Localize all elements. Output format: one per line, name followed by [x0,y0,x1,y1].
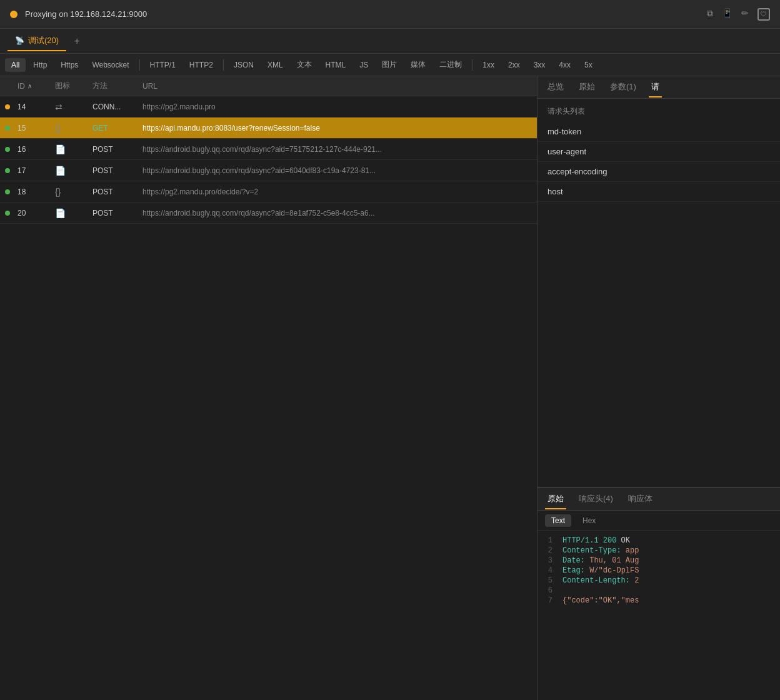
filter-divider-3 [472,59,472,71]
cell-url: https://android.bugly.qq.com/rqd/async?a… [142,166,532,175]
response-line-4: 4 Etag: W/"dc-DplFS [538,566,780,576]
add-tab-button[interactable]: + [69,33,85,49]
table-body: 14 ⇄ CONN... https://pg2.mandu.pro 15 {}… [0,96,537,700]
table-row[interactable]: 20 📄 POST https://android.bugly.qq.com/r… [0,202,537,224]
tab-response-headers[interactable]: 响应头(4) [576,489,616,509]
filter-xml[interactable]: XML [261,58,289,72]
tab-raw[interactable]: 原始 [576,78,598,98]
filter-js[interactable]: JS [353,58,374,72]
response-line-2: 2 Content-Type: app [538,546,780,556]
request-headers-section: 请求头列表 md-token user-agent accept-encodin… [538,99,780,488]
cell-icon: 📄 [55,208,92,218]
tab-overview[interactable]: 总览 [545,78,566,98]
filter-all[interactable]: All [5,58,26,72]
sub-hex-button[interactable]: Hex [576,514,602,527]
table-row[interactable]: 18 {} POST https://pg2.mandu.pro/decide/… [0,181,537,202]
table-row[interactable]: 14 ⇄ CONN... https://pg2.mandu.pro [0,96,537,118]
main-layout: ID ∧ 图标 方法 URL 14 ⇄ CONN... https://pg2.… [0,76,780,700]
cell-method: GET [92,124,142,132]
response-content: 1 HTTP/1.1 200 OK 2 Content-Type: app 3 … [538,531,780,700]
title-bar-title: Proxying on 192.168.124.21:9000 [25,9,699,19]
right-top-tabs: 总览 原始 参数(1) 请 [538,76,780,99]
cell-id: 18 [18,188,55,196]
header-host[interactable]: host [538,182,780,202]
title-bar: Proxying on 192.168.124.21:9000 ⧉ 📱 ✏ 🛡 [0,0,780,29]
cell-icon: 📄 [55,144,92,154]
status-dot-green [5,211,10,216]
cell-url: https://pg2.mandu.pro/decide/?v=2 [142,188,532,196]
cell-method: POST [92,166,142,175]
status-dot-green [5,189,10,194]
header-md-token[interactable]: md-token [538,122,780,142]
filter-3xx[interactable]: 3xx [528,58,552,72]
tab-debug-label: 调试(20) [28,35,59,46]
col-url-header: URL [142,82,532,91]
filter-http1[interactable]: HTTP/1 [144,58,182,72]
cell-id: 20 [18,209,55,218]
filter-websocket[interactable]: Websocket [86,58,135,72]
response-line-3: 3 Date: Thu, 01 Aug [538,556,780,566]
cell-url: https://api.mandu.pro:8083/user?renewSes… [142,124,532,132]
response-section: 原始 响应头(4) 响应体 Text Hex 1 HTTP/1.1 200 OK… [538,488,780,700]
right-panel: 总览 原始 参数(1) 请 请求头列表 md-token user-agent … [538,76,780,700]
traffic-light [10,11,18,18]
edit-icon[interactable]: ✏ [741,8,749,21]
response-line-6: 6 [538,586,780,596]
filter-media[interactable]: 媒体 [404,57,432,72]
table-row[interactable]: 16 📄 POST https://android.bugly.qq.com/r… [0,139,537,160]
filter-bar: All Http Https Websocket HTTP/1 HTTP2 JS… [0,54,780,76]
cell-url: https://pg2.mandu.pro [142,102,532,111]
filter-http2[interactable]: HTTP2 [183,58,219,72]
response-tab-bar: 原始 响应头(4) 响应体 [538,488,780,511]
filter-http[interactable]: Http [27,58,53,72]
response-line-7: 7 {"code":"OK","mes [538,596,780,606]
request-list: ID ∧ 图标 方法 URL 14 ⇄ CONN... https://pg2.… [0,76,538,700]
title-bar-icons: ⧉ 📱 ✏ 🛡 [707,8,770,21]
tab-response-body[interactable]: 响应体 [626,489,655,509]
filter-text[interactable]: 文本 [291,57,318,72]
table-header: ID ∧ 图标 方法 URL [0,76,537,96]
filter-https[interactable]: Https [54,58,84,72]
cell-method: POST [92,209,142,218]
cell-id: 15 [18,124,55,132]
filter-image[interactable]: 图片 [376,57,403,72]
cell-icon: ⇄ [55,102,92,112]
filter-binary[interactable]: 二进制 [433,57,468,72]
filter-divider-1 [139,59,140,71]
status-dot-green [5,168,10,173]
tab-raw-response[interactable]: 原始 [545,489,566,509]
status-dot-yellow [5,104,10,109]
copy-icon[interactable]: ⧉ [707,8,713,21]
cell-icon: {} [55,123,92,133]
sub-text-button[interactable]: Text [545,514,571,527]
cell-id: 17 [18,166,55,175]
header-accept-encoding[interactable]: accept-encoding [538,162,780,182]
filter-1xx[interactable]: 1xx [476,58,501,72]
cell-method: POST [92,188,142,196]
response-line-5: 5 Content-Length: 2 [538,576,780,586]
cell-method: POST [92,145,142,154]
response-line-1: 1 HTTP/1.1 200 OK [538,536,780,546]
filter-5xx[interactable]: 5x [578,58,599,72]
table-row[interactable]: 15 {} GET https://api.mandu.pro:8083/use… [0,118,537,139]
col-icon-header: 图标 [55,81,92,91]
col-id-header[interactable]: ID ∧ [18,82,55,91]
shield-icon[interactable]: 🛡 [758,8,770,21]
filter-html[interactable]: HTML [319,58,352,72]
filter-4xx[interactable]: 4xx [552,58,577,72]
wifi-icon: 📡 [15,36,24,45]
filter-json[interactable]: JSON [228,58,260,72]
tab-debug[interactable]: 📡 调试(20) [8,31,66,51]
filter-2xx[interactable]: 2xx [502,58,526,72]
phone-icon[interactable]: 📱 [722,8,732,21]
cell-icon: 📄 [55,166,92,176]
cell-url: https://android.bugly.qq.com/rqd/async?a… [142,145,532,154]
response-sub-bar: Text Hex [538,511,780,531]
header-user-agent[interactable]: user-agent [538,142,780,162]
tab-request-detail[interactable]: 请 [649,78,662,98]
tab-params[interactable]: 参数(1) [608,78,639,98]
status-dot-green [5,147,10,152]
table-row[interactable]: 17 📄 POST https://android.bugly.qq.com/r… [0,160,537,181]
cell-id: 16 [18,145,55,154]
cell-method: CONN... [92,102,142,111]
